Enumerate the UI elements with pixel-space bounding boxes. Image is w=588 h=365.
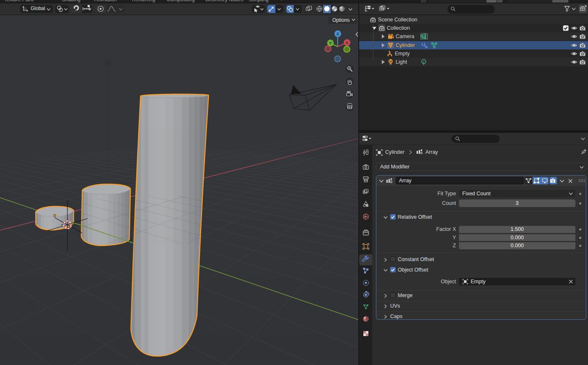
svg-text:X: X <box>346 40 349 45</box>
svg-text:Options: Options <box>332 17 350 23</box>
svg-text:Y: Y <box>329 41 332 45</box>
svg-text:Z: Z <box>337 31 339 36</box>
